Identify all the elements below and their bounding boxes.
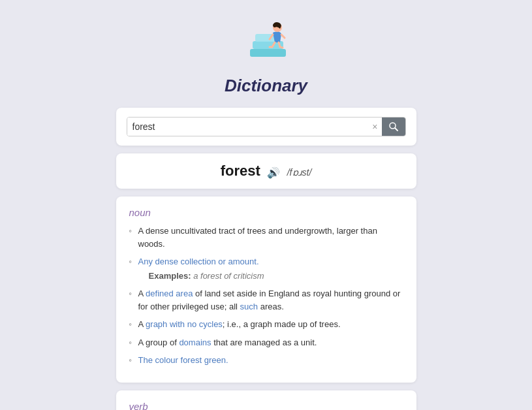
sound-button[interactable]: 🔊 (267, 166, 280, 179)
word-text: forest (221, 163, 260, 179)
search-bar: × (127, 117, 406, 136)
header: Dictionary (225, 13, 307, 96)
search-input[interactable] (127, 118, 369, 136)
search-container: × (116, 108, 416, 146)
search-icon (388, 121, 399, 132)
pos-noun: noun (129, 207, 403, 218)
noun-definitions-list: A dense uncultivated tract of trees and … (129, 225, 403, 367)
list-item: A dense uncultivated tract of trees and … (129, 225, 403, 250)
header-illustration (237, 13, 296, 72)
sound-icon: 🔊 (267, 167, 280, 178)
app-container: Dictionary × forest 🔊 /fɒɹst/ noun A den… (0, 13, 532, 410)
svg-rect-0 (250, 49, 286, 57)
list-item: Any dense collection or amount. Examples… (129, 255, 403, 282)
def-highlight: such (240, 302, 258, 311)
def-highlight: graph with no cycles (146, 319, 223, 329)
list-item: A graph with no cycles; i.e., a graph ma… (129, 318, 403, 331)
clear-button[interactable]: × (368, 119, 381, 134)
word-card: forest 🔊 /fɒɹst/ (116, 153, 416, 189)
example-label: Examples: (149, 271, 191, 281)
list-item: A group of domains that are managed as a… (129, 336, 403, 349)
def-highlight: defined area (146, 289, 193, 298)
pos-verb: verb (129, 401, 403, 411)
def-highlight: domains (179, 338, 211, 347)
noun-definitions-card: noun A dense uncultivated tract of trees… (116, 197, 416, 383)
svg-line-5 (395, 128, 398, 131)
verb-definitions-card: verb To cover an area with trees. (116, 390, 416, 411)
def-highlight: Any dense collection or amount. (138, 257, 259, 266)
list-item: The colour forest green. (129, 354, 403, 367)
def-example: Examples: a forest of criticism (138, 270, 403, 283)
list-item: A defined area of land set aside in Engl… (129, 287, 403, 313)
example-text: a forest of criticism (193, 271, 264, 281)
def-highlight: The colour forest green. (138, 355, 228, 365)
app-title: Dictionary (225, 76, 307, 96)
phonetic: /fɒɹst/ (287, 167, 312, 178)
search-button[interactable] (382, 118, 405, 136)
